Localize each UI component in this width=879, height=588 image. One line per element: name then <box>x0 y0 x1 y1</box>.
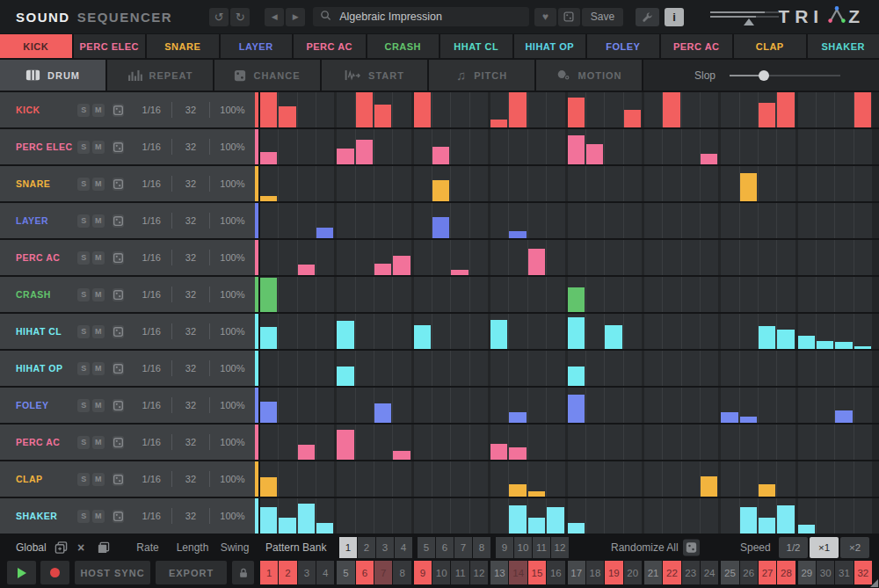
step-cell-14[interactable] <box>509 314 527 349</box>
step-cell-4[interactable] <box>316 425 334 460</box>
step-button-3[interactable]: 3 <box>298 561 316 584</box>
mute-button[interactable]: M <box>92 510 105 523</box>
step-cell-2[interactable] <box>279 461 296 497</box>
velocity-bar[interactable] <box>777 330 794 349</box>
step-cell-24[interactable] <box>701 240 718 275</box>
step-cell-18[interactable] <box>586 277 604 312</box>
step-cell-14[interactable] <box>509 351 527 386</box>
play-button[interactable] <box>7 561 36 584</box>
step-button-7[interactable]: 7 <box>374 561 392 584</box>
step-cell-25[interactable] <box>721 92 738 127</box>
track-rate-value[interactable]: 1/16 <box>131 326 171 337</box>
step-button-24[interactable]: 24 <box>701 561 718 584</box>
tab-kick[interactable]: KICK <box>0 34 72 58</box>
velocity-bar[interactable] <box>568 135 585 164</box>
step-cell-6[interactable] <box>356 129 374 164</box>
step-cell-14[interactable] <box>509 388 527 423</box>
step-cell-13[interactable] <box>490 498 508 534</box>
velocity-bar[interactable] <box>279 106 295 127</box>
mute-button[interactable]: M <box>92 473 105 486</box>
slop-slider[interactable] <box>730 70 840 81</box>
step-cell-4[interactable] <box>316 498 334 534</box>
step-cell-1[interactable] <box>260 203 278 238</box>
step-cell-21[interactable] <box>644 314 662 349</box>
velocity-bar[interactable] <box>337 367 353 386</box>
step-cell-3[interactable] <box>298 166 316 201</box>
step-cell-31[interactable] <box>835 240 853 275</box>
step-cell-7[interactable] <box>374 166 392 201</box>
step-cell-3[interactable] <box>298 203 316 238</box>
step-cell-25[interactable] <box>721 314 738 349</box>
step-cell-32[interactable] <box>854 203 872 238</box>
step-button-6[interactable]: 6 <box>356 561 374 584</box>
step-button-28[interactable]: 28 <box>777 561 795 584</box>
track-length-value[interactable]: 32 <box>172 142 209 152</box>
step-cell-26[interactable] <box>740 314 758 349</box>
velocity-bar[interactable] <box>316 523 333 534</box>
step-cell-1[interactable] <box>260 314 278 349</box>
tab-clap[interactable]: CLAP <box>734 34 806 58</box>
solo-button[interactable]: S <box>77 104 90 117</box>
step-cell-14[interactable] <box>509 203 527 238</box>
velocity-bar[interactable] <box>490 444 507 460</box>
step-cell-15[interactable] <box>528 461 546 497</box>
step-cell-12[interactable] <box>470 240 488 275</box>
step-cell-24[interactable] <box>701 425 718 460</box>
step-cell-15[interactable] <box>528 166 546 201</box>
velocity-bar[interactable] <box>759 484 775 497</box>
step-cell-7[interactable] <box>374 498 392 534</box>
track-swing-value[interactable]: 100% <box>210 105 255 115</box>
step-cell-2[interactable] <box>279 351 296 386</box>
velocity-bar[interactable] <box>337 321 353 349</box>
step-cell-19[interactable] <box>605 129 622 164</box>
step-cell-14[interactable] <box>509 240 527 275</box>
step-cell-17[interactable] <box>568 240 585 275</box>
step-cell-5[interactable] <box>337 166 354 201</box>
step-cell-22[interactable] <box>663 351 680 386</box>
step-cell-2[interactable] <box>279 425 296 460</box>
velocity-bar[interactable] <box>854 346 871 349</box>
tab-perc-ac[interactable]: PERC AC <box>294 34 366 58</box>
velocity-bar[interactable] <box>414 325 431 349</box>
track-rate-value[interactable]: 1/16 <box>131 142 171 152</box>
step-cell-12[interactable] <box>470 314 488 349</box>
step-cell-27[interactable] <box>759 425 776 460</box>
step-cell-3[interactable] <box>298 129 316 164</box>
step-cell-26[interactable] <box>740 461 758 497</box>
step-cell-17[interactable] <box>568 498 585 534</box>
step-cell-4[interactable] <box>316 92 334 127</box>
solo-button[interactable]: S <box>77 141 90 154</box>
step-cell-29[interactable] <box>798 498 816 534</box>
step-cell-16[interactable] <box>547 351 564 386</box>
step-cell-13[interactable] <box>490 166 508 201</box>
step-cell-10[interactable] <box>432 129 450 164</box>
step-cell-18[interactable] <box>586 166 604 201</box>
velocity-bar[interactable] <box>509 231 526 238</box>
step-cell-13[interactable] <box>490 388 508 423</box>
velocity-bar[interactable] <box>490 320 507 349</box>
step-cell-8[interactable] <box>393 277 410 312</box>
pattern-bank-12[interactable]: 12 <box>551 537 569 558</box>
step-cell-23[interactable] <box>682 314 700 349</box>
step-cell-5[interactable] <box>337 129 354 164</box>
step-cell-16[interactable] <box>547 92 564 127</box>
step-cell-6[interactable] <box>356 92 374 127</box>
step-cell-27[interactable] <box>759 461 776 497</box>
track-randomize-dice-icon[interactable] <box>113 436 125 449</box>
velocity-bar[interactable] <box>586 144 603 164</box>
step-cell-7[interactable] <box>374 388 392 423</box>
step-cell-11[interactable] <box>451 314 469 349</box>
mode-chance[interactable]: CHANCE <box>214 60 320 91</box>
step-cell-23[interactable] <box>682 129 700 164</box>
mute-button[interactable]: M <box>92 178 105 191</box>
step-cell-30[interactable] <box>817 166 834 201</box>
solo-button[interactable]: S <box>77 399 90 412</box>
mute-button[interactable]: M <box>92 325 105 338</box>
track-length-value[interactable]: 32 <box>172 400 209 410</box>
track-length-value[interactable]: 32 <box>172 474 209 484</box>
step-cell-12[interactable] <box>470 351 488 386</box>
speed--2[interactable]: ×2 <box>840 537 869 558</box>
track-swing-value[interactable]: 100% <box>210 178 255 189</box>
velocity-bar[interactable] <box>568 98 585 127</box>
step-cell-24[interactable] <box>701 461 718 497</box>
